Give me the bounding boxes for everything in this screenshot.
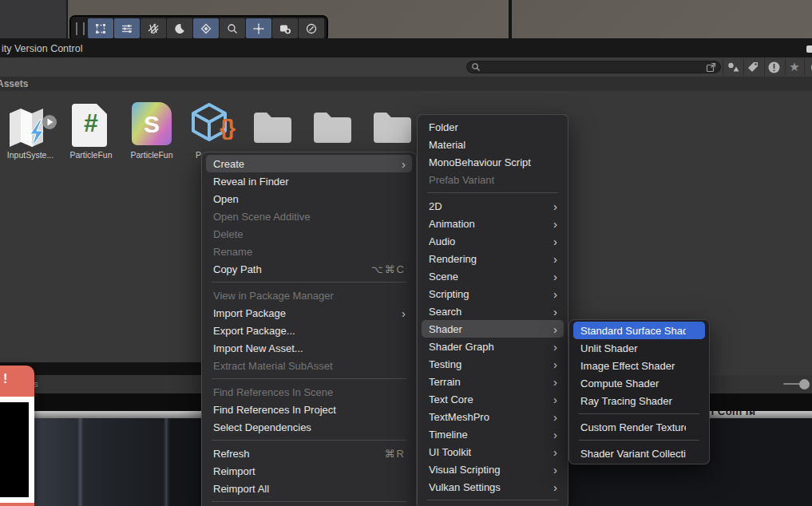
menu-item[interactable]: Visual Scripting <box>422 461 564 478</box>
grid-hatch-icon <box>147 22 160 35</box>
menu-item: Open Scene Additive <box>206 208 412 225</box>
asset-input-actions[interactable]: InputSyste... <box>0 97 61 164</box>
camera-icon <box>279 22 291 35</box>
script-hash-glyph: # <box>61 109 121 138</box>
folder-icon <box>362 108 423 146</box>
menu-item[interactable]: Testing <box>422 355 564 373</box>
menu-item: Prefab Variant <box>422 171 564 188</box>
menu-separator <box>212 440 406 441</box>
menu-item: View in Package Manager <box>206 287 412 304</box>
menu-item[interactable]: Material <box>422 136 564 153</box>
move-pivot-icon-button[interactable] <box>246 18 271 38</box>
menu-item[interactable]: Shader Variant Collection <box>573 445 705 462</box>
menu-item[interactable]: Scene <box>422 267 564 285</box>
menu-item[interactable]: Image Effect Shader <box>573 357 705 374</box>
tab-version-control[interactable]: ity Version Control <box>2 43 82 54</box>
assets-header-row <box>0 77 812 92</box>
grid-hatch-icon-button[interactable] <box>141 18 166 38</box>
menu-item[interactable]: Create <box>206 155 412 172</box>
menu-item[interactable]: Shader <box>422 320 564 338</box>
asset-shader[interactable]: S ParticleFun <box>121 97 182 164</box>
panel-seam <box>164 418 169 506</box>
filter-by-type-icon[interactable] <box>725 59 741 75</box>
favorites-star-icon[interactable]: ★ <box>786 59 802 75</box>
menu-item[interactable]: UI Toolkit <box>422 443 564 461</box>
filter-by-label-icon[interactable] <box>745 59 761 75</box>
menu-item[interactable]: Ray Tracing Shader <box>573 392 705 409</box>
menu-item[interactable]: Open <box>206 190 412 208</box>
hierarchy-panel-fragment <box>0 0 68 38</box>
toolbar-divider <box>764 58 765 76</box>
layers-diamond-icon-button[interactable] <box>193 18 219 38</box>
create-submenu: Folder Material MonoBehaviour Script Pre… <box>417 114 568 506</box>
toolbar-divider <box>785 58 786 76</box>
menu-item[interactable]: Refresh ⌘R <box>206 445 412 462</box>
toolbar-divider <box>804 58 805 76</box>
partial-cropped-icon[interactable] <box>806 59 812 75</box>
crescent-icon <box>173 22 186 35</box>
menu-item[interactable]: Standard Surface Shader <box>573 322 705 339</box>
tool-settings-icon <box>121 22 133 35</box>
menu-item[interactable]: Search <box>422 302 564 320</box>
menu-item[interactable]: Folder <box>422 118 564 136</box>
open-search-window-icon[interactable] <box>706 62 716 73</box>
shader-submenu: Standard Surface Shader Unlit Shader Ima… <box>568 319 710 464</box>
menu-item[interactable]: Audio <box>422 232 564 250</box>
menu-item: Extract Material SubAsset <box>206 357 412 374</box>
menu-item[interactable]: Rendering <box>422 250 564 267</box>
magnifier-icon-button[interactable] <box>220 18 245 38</box>
icon-size-slider-handle[interactable] <box>799 379 810 389</box>
menu-item[interactable]: Find References In Project <box>206 401 412 418</box>
menu-separator <box>427 192 558 193</box>
toolbar-drag-handle[interactable] <box>76 22 85 35</box>
menu-item[interactable]: Copy Path ⌥⌘C <box>206 260 412 278</box>
title-dot <box>751 412 753 414</box>
camera-icon-button[interactable] <box>272 18 298 38</box>
crescent-shading-icon-button[interactable] <box>167 18 192 38</box>
menu-item[interactable]: TextMeshPro <box>422 408 564 425</box>
rect-tool-icon-button[interactable] <box>88 18 113 38</box>
tool-settings-icon-button[interactable] <box>114 18 140 38</box>
context-menu: Create Reveal in Finder Open Open Scene … <box>201 152 417 506</box>
menu-item[interactable]: 2D <box>422 197 564 215</box>
menu-item[interactable]: Vulkan Settings <box>422 478 564 496</box>
menu-item[interactable]: Shader Graph <box>422 338 564 355</box>
game-view[interactable] <box>512 0 812 38</box>
menu-item[interactable]: Terrain <box>422 373 564 390</box>
search-box <box>466 61 721 73</box>
menu-item[interactable]: MonoBehaviour Script <box>422 153 564 171</box>
compass-icon-button[interactable] <box>299 18 324 38</box>
panel-seam <box>77 418 83 506</box>
rect-tool-icon <box>94 22 107 35</box>
asset-label: InputSyste... <box>0 150 61 160</box>
menu-item[interactable]: Reveal in Finder <box>206 172 412 190</box>
toolbar-divider <box>723 58 723 76</box>
menu-separator <box>579 440 699 441</box>
menu-item[interactable]: Text Core <box>422 390 564 408</box>
menu-item[interactable]: Import Package <box>206 304 412 322</box>
menu-item[interactable]: Export Package... <box>206 322 412 339</box>
menu-separator <box>212 282 406 283</box>
menu-item[interactable]: Animation <box>422 215 564 232</box>
hidden-packages-icon[interactable] <box>766 59 782 75</box>
menu-item[interactable]: Compute Shader <box>573 374 705 392</box>
menu-item[interactable]: Select Dependencies <box>206 418 412 436</box>
menu-item[interactable]: Reimport <box>206 462 412 480</box>
asset-csharp-script[interactable]: # ParticleFun <box>61 97 121 164</box>
menu-item[interactable]: Custom Render Texture <box>573 418 705 436</box>
menu-item[interactable]: Timeline <box>422 425 564 443</box>
menu-item: Find References In Scene <box>206 383 412 401</box>
search-input[interactable] <box>481 61 706 73</box>
menu-item[interactable]: Unlit Shader <box>573 339 705 357</box>
menu-separator <box>212 501 406 502</box>
unity-editor-window: ity Version Control ★ <box>0 0 812 506</box>
magnifier-icon <box>226 22 239 35</box>
asset-label: ParticleFun <box>121 150 182 160</box>
menu-item: Delete <box>206 225 412 243</box>
menu-item: Rename <box>206 243 412 260</box>
menu-item[interactable]: Reimport All <box>206 480 412 497</box>
compass-icon <box>305 22 318 35</box>
menu-item[interactable]: Scripting <box>422 285 564 302</box>
move-pivot-icon <box>252 22 265 35</box>
menu-item[interactable]: Import New Asset... <box>206 339 412 357</box>
